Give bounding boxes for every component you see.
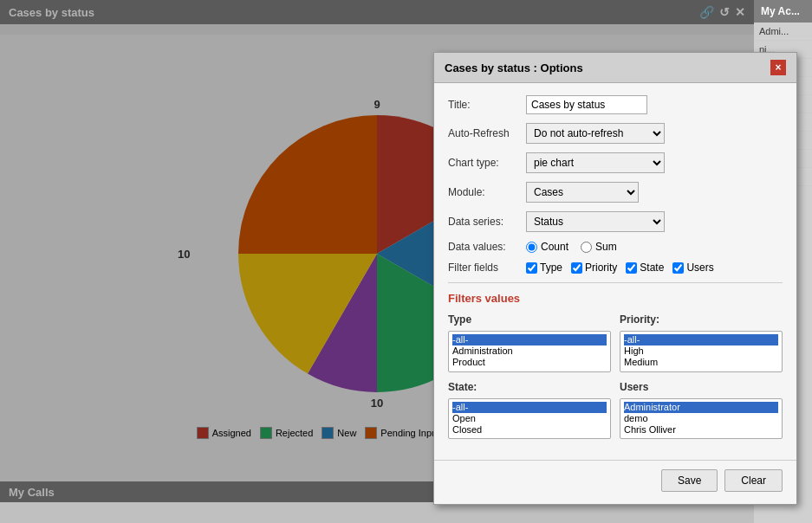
filter-grid: Type -all- Administration Product Priori… — [448, 313, 783, 439]
type-checkbox-item[interactable]: Type — [526, 262, 562, 274]
data-values-label: Data values: — [448, 241, 526, 253]
chart-type-label: Chart type: — [448, 157, 526, 169]
state-checkbox-item[interactable]: State — [626, 262, 664, 274]
type-option-all: -all- — [452, 334, 607, 345]
type-option-product: Product — [452, 357, 607, 368]
data-values-control: Count Sum — [526, 241, 783, 253]
state-filter-col: State: -all- Open Closed — [448, 381, 611, 440]
module-control: Cases Calls — [526, 182, 783, 203]
sum-radio-item[interactable]: Sum — [581, 241, 617, 253]
users-checkbox-item[interactable]: Users — [672, 262, 713, 274]
data-series-label: Data series: — [448, 216, 526, 228]
priority-option-high: High — [624, 345, 778, 357]
state-option-closed: Closed — [452, 424, 607, 436]
count-radio[interactable] — [526, 242, 537, 253]
sum-label: Sum — [595, 241, 617, 253]
modal-title-bar: Cases by status : Options × — [434, 53, 796, 83]
users-option-chris: Chris Olliver — [624, 424, 778, 436]
priority-filter-label: Priority: — [620, 313, 783, 326]
clear-button[interactable]: Clear — [724, 469, 783, 492]
title-field-label: Title: — [448, 99, 526, 111]
state-filter-label: State: — [448, 381, 611, 393]
chart-type-select[interactable]: pie chart bar chart line chart — [526, 152, 665, 173]
state-checkbox-label: State — [640, 262, 664, 274]
modal-close-button[interactable]: × — [770, 60, 786, 75]
chart-type-control: pie chart bar chart line chart — [526, 152, 783, 173]
state-option-open: Open — [452, 413, 607, 424]
options-modal: Cases by status : Options × Title: Auto-… — [433, 52, 797, 505]
users-filter-select[interactable]: Administrator demo Chris Olliver — [620, 398, 783, 440]
users-checkbox-label: Users — [686, 262, 713, 274]
modal-body: Title: Auto-Refresh Do not auto-refresh … — [434, 83, 796, 451]
type-filter-label: Type — [448, 313, 611, 326]
auto-refresh-row: Auto-Refresh Do not auto-refresh Every 5… — [448, 123, 783, 144]
users-filter-col: Users Administrator demo Chris Olliver — [620, 381, 783, 440]
title-field-control — [526, 95, 783, 114]
priority-checkbox-item[interactable]: Priority — [571, 262, 617, 274]
auto-refresh-select[interactable]: Do not auto-refresh Every 5 minutes Ever… — [526, 123, 665, 144]
users-option-admin: Administrator — [624, 402, 778, 413]
auto-refresh-control: Do not auto-refresh Every 5 minutes Ever… — [526, 123, 783, 144]
priority-filter-select[interactable]: -all- High Medium — [620, 331, 783, 372]
type-checkbox[interactable] — [526, 262, 537, 274]
modal-footer: Save Clear — [434, 460, 796, 504]
title-input[interactable] — [526, 95, 647, 114]
modal-title-text: Cases by status : Options — [445, 61, 583, 74]
data-values-row: Data values: Count Sum — [448, 241, 783, 253]
filter-fields-control: Type Priority State Users — [526, 262, 783, 274]
type-filter-select[interactable]: -all- Administration Product — [448, 331, 611, 372]
count-label: Count — [541, 241, 568, 253]
priority-checkbox-label: Priority — [585, 262, 617, 274]
chart-type-row: Chart type: pie chart bar chart line cha… — [448, 152, 783, 173]
priority-checkbox[interactable] — [571, 262, 582, 274]
title-row: Title: — [448, 95, 783, 114]
module-row: Module: Cases Calls — [448, 182, 783, 203]
module-select[interactable]: Cases Calls — [526, 182, 639, 203]
data-series-select[interactable]: Status Priority — [526, 211, 665, 232]
filters-section: Filters values Type -all- Administration… — [448, 282, 783, 439]
users-filter-label: Users — [620, 381, 783, 393]
priority-option-all: -all- — [624, 334, 778, 345]
count-radio-item[interactable]: Count — [526, 241, 568, 253]
state-option-all: -all- — [452, 402, 607, 413]
data-series-row: Data series: Status Priority — [448, 211, 783, 232]
type-checkbox-label: Type — [540, 262, 562, 274]
users-checkbox[interactable] — [672, 262, 684, 274]
priority-option-medium: Medium — [624, 357, 778, 368]
save-button[interactable]: Save — [661, 469, 718, 492]
state-checkbox[interactable] — [626, 262, 637, 274]
type-option-admin: Administration — [452, 345, 607, 357]
state-filter-select[interactable]: -all- Open Closed — [448, 398, 611, 440]
auto-refresh-label: Auto-Refresh — [448, 127, 526, 139]
users-option-demo: demo — [624, 413, 778, 424]
sum-radio[interactable] — [581, 242, 592, 253]
right-panel-item: Admi... — [754, 23, 812, 41]
module-label: Module: — [448, 186, 526, 198]
filter-fields-row: Filter fields Type Priority State Users — [448, 262, 783, 274]
priority-filter-col: Priority: -all- High Medium — [620, 313, 783, 372]
type-filter-col: Type -all- Administration Product — [448, 313, 611, 372]
right-panel-title: My Ac... — [754, 0, 812, 23]
filters-title: Filters values — [448, 292, 783, 305]
data-series-control: Status Priority — [526, 211, 783, 232]
filter-fields-label: Filter fields — [448, 262, 526, 274]
